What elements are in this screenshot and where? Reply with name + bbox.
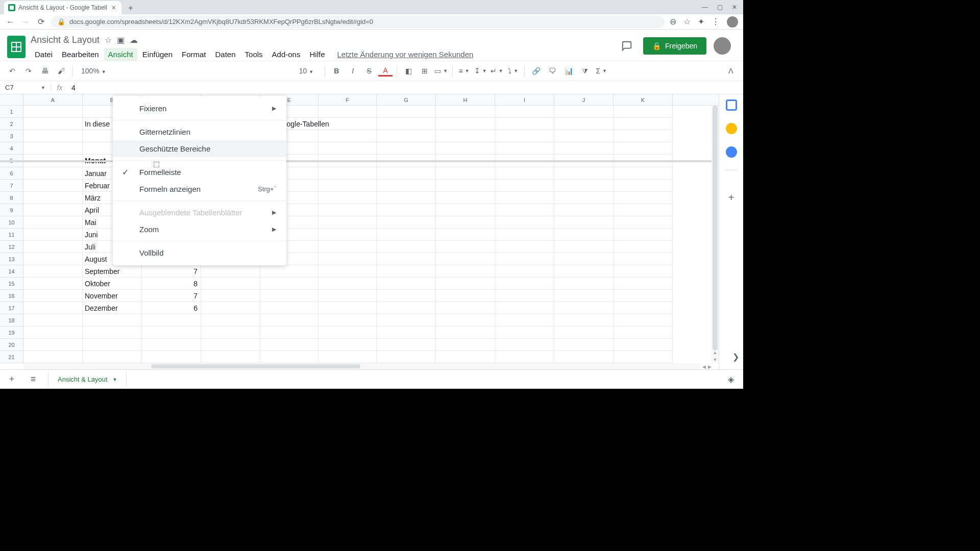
chart-icon[interactable]: 📊: [561, 64, 576, 78]
cloud-status-icon[interactable]: ☁: [130, 35, 138, 45]
borders-icon[interactable]: ⊞: [418, 64, 432, 78]
cell[interactable]: [614, 130, 673, 142]
maximize-icon[interactable]: ▢: [717, 4, 723, 11]
cell[interactable]: [377, 314, 436, 327]
cell[interactable]: [201, 327, 260, 339]
row-header[interactable]: 13: [0, 253, 23, 265]
horizontal-scrollbar[interactable]: [23, 363, 701, 369]
cell[interactable]: [495, 265, 554, 278]
cell[interactable]: [201, 278, 260, 290]
menu-zoom[interactable]: Zoom▶: [113, 221, 286, 238]
collapse-toolbar-icon[interactable]: ᐱ: [724, 64, 738, 78]
row-header[interactable]: 1: [0, 106, 23, 118]
cell[interactable]: [318, 302, 377, 314]
sheet-tab-menu-icon[interactable]: ▼: [113, 377, 117, 382]
cell[interactable]: [554, 192, 614, 204]
menu-data[interactable]: Daten: [211, 48, 240, 61]
cell[interactable]: [260, 314, 318, 327]
cell[interactable]: [495, 192, 554, 204]
row-header[interactable]: 15: [0, 278, 23, 290]
cell[interactable]: [614, 265, 673, 278]
cell[interactable]: [495, 253, 554, 265]
filter-icon[interactable]: ⧩: [578, 64, 592, 78]
cell[interactable]: [554, 167, 614, 180]
cell[interactable]: [436, 106, 495, 118]
cell[interactable]: [554, 339, 614, 351]
cell[interactable]: [83, 339, 142, 351]
cell[interactable]: [554, 327, 614, 339]
cell[interactable]: [377, 142, 436, 155]
cell[interactable]: [436, 327, 495, 339]
cell[interactable]: [554, 106, 614, 118]
cell[interactable]: [318, 229, 377, 241]
cell[interactable]: [83, 327, 142, 339]
cell[interactable]: [377, 253, 436, 265]
menu-format[interactable]: Format: [178, 48, 210, 61]
cell[interactable]: [23, 118, 83, 130]
zoom-select[interactable]: 100%▼: [77, 67, 110, 75]
font-size-select[interactable]: 10▼: [292, 67, 321, 75]
cell[interactable]: [23, 142, 83, 155]
cell[interactable]: [23, 204, 83, 216]
keep-addon-icon[interactable]: [726, 123, 737, 134]
cell[interactable]: [83, 314, 142, 327]
cell[interactable]: [318, 118, 377, 130]
cell[interactable]: [614, 229, 673, 241]
cell[interactable]: [614, 339, 673, 351]
cell[interactable]: [23, 327, 83, 339]
cell[interactable]: [554, 180, 614, 192]
cell[interactable]: [260, 265, 318, 278]
cell[interactable]: [377, 167, 436, 180]
tasks-addon-icon[interactable]: [726, 146, 737, 158]
cell[interactable]: [436, 216, 495, 229]
profile-avatar-icon[interactable]: [727, 16, 738, 28]
cell[interactable]: [495, 167, 554, 180]
cell[interactable]: [23, 130, 83, 142]
move-folder-icon[interactable]: ▣: [117, 35, 125, 45]
row-header[interactable]: 8: [0, 192, 23, 204]
col-header[interactable]: G: [377, 94, 436, 105]
share-button[interactable]: 🔒 Freigeben: [643, 37, 706, 55]
redo-icon[interactable]: ↷: [21, 64, 36, 78]
cell[interactable]: [23, 265, 83, 278]
col-header[interactable]: J: [554, 94, 614, 105]
cell[interactable]: September: [83, 265, 142, 278]
row-header[interactable]: 9: [0, 204, 23, 216]
cell[interactable]: [495, 229, 554, 241]
row-header[interactable]: 14: [0, 265, 23, 278]
cell[interactable]: [318, 278, 377, 290]
cell[interactable]: [495, 351, 554, 363]
cell[interactable]: [614, 351, 673, 363]
cell[interactable]: [436, 253, 495, 265]
cell[interactable]: [614, 290, 673, 302]
cell[interactable]: [377, 229, 436, 241]
cell[interactable]: [495, 278, 554, 290]
rotate-icon[interactable]: ⤵▼: [506, 64, 520, 78]
explore-icon[interactable]: ◈: [724, 372, 738, 387]
browser-tab[interactable]: Ansicht & Layout - Google Tabell ×: [4, 1, 121, 14]
cell[interactable]: [436, 241, 495, 253]
cell[interactable]: [436, 204, 495, 216]
cell[interactable]: [377, 290, 436, 302]
cell[interactable]: [377, 278, 436, 290]
cell[interactable]: [318, 142, 377, 155]
star-icon[interactable]: ☆: [683, 17, 691, 27]
row-header[interactable]: 20: [0, 339, 23, 351]
url-field[interactable]: 🔒 docs.google.com/spreadsheets/d/12KXm2A…: [51, 16, 665, 28]
cell[interactable]: [260, 327, 318, 339]
cell[interactable]: [495, 241, 554, 253]
cell[interactable]: [436, 167, 495, 180]
cell[interactable]: [495, 130, 554, 142]
scroll-left-icon[interactable]: ◀: [702, 364, 706, 369]
cell[interactable]: [436, 339, 495, 351]
cell[interactable]: [495, 106, 554, 118]
close-tab-icon[interactable]: ×: [110, 4, 117, 11]
cell[interactable]: [377, 130, 436, 142]
cell[interactable]: [201, 290, 260, 302]
cell[interactable]: [260, 278, 318, 290]
cell[interactable]: [554, 265, 614, 278]
cell[interactable]: [436, 302, 495, 314]
row-header[interactable]: 10: [0, 216, 23, 229]
cell[interactable]: [201, 351, 260, 363]
vertical-scrollbar[interactable]: ▲ ▼: [712, 106, 719, 363]
